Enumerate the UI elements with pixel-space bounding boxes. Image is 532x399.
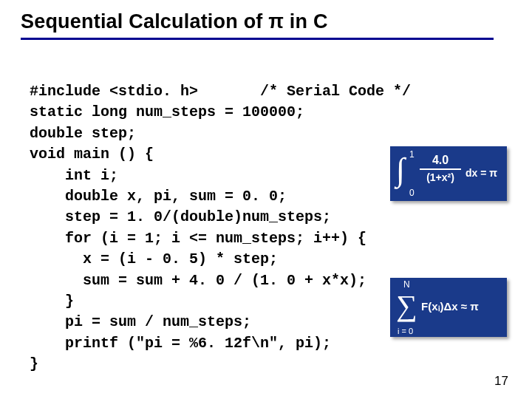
integral-upper: 1 bbox=[409, 149, 415, 160]
sigma-body: F(xᵢ)Δx ≈ π bbox=[421, 300, 479, 313]
code-line: for (i = 1; i <= num_steps; i++) { bbox=[30, 230, 366, 247]
code-line: } bbox=[30, 293, 74, 310]
slide-title: Sequential Calculation of π in C bbox=[21, 10, 494, 40]
code-block: #include <stdio. h> /* Serial Code */ st… bbox=[30, 81, 411, 375]
integral-icon: ∫ bbox=[396, 151, 405, 188]
integral-fraction: 4.0 (1+x²) bbox=[420, 154, 461, 183]
slide: Sequential Calculation of π in C #includ… bbox=[0, 0, 532, 399]
sigma-icon: ∑ bbox=[396, 288, 417, 323]
code-line: sum = sum + 4. 0 / (1. 0 + x*x); bbox=[30, 272, 366, 289]
page-number: 17 bbox=[494, 374, 508, 389]
code-line: double step; bbox=[30, 125, 136, 142]
fraction-numerator: 4.0 bbox=[420, 154, 461, 170]
code-line: int i; bbox=[30, 167, 118, 184]
code-line: pi = sum / num_steps; bbox=[30, 313, 251, 330]
code-line: x = (i - 0. 5) * step; bbox=[30, 250, 278, 267]
code-line: void main () { bbox=[30, 146, 154, 163]
code-line: static long num_steps = 100000; bbox=[30, 103, 304, 120]
integral-tail: dx = π bbox=[466, 167, 497, 179]
code-line: #include <stdio. h> /* Serial Code */ bbox=[30, 83, 411, 100]
code-line: } bbox=[30, 355, 38, 372]
summation-formula: ∑ N i = 0 F(xᵢ)Δx ≈ π bbox=[390, 278, 507, 337]
code-line: step = 1. 0/(double)num_steps; bbox=[30, 208, 331, 225]
code-line: double x, pi, sum = 0. 0; bbox=[30, 188, 287, 205]
sigma-upper: N bbox=[403, 279, 410, 290]
integral-formula: ∫ 1 0 4.0 (1+x²) dx = π bbox=[390, 146, 507, 201]
integral-lower: 0 bbox=[409, 188, 415, 198]
code-line: printf ("pi = %6. 12f\n", pi); bbox=[30, 335, 331, 352]
sigma-lower: i = 0 bbox=[398, 327, 413, 335]
fraction-denominator: (1+x²) bbox=[420, 170, 461, 183]
